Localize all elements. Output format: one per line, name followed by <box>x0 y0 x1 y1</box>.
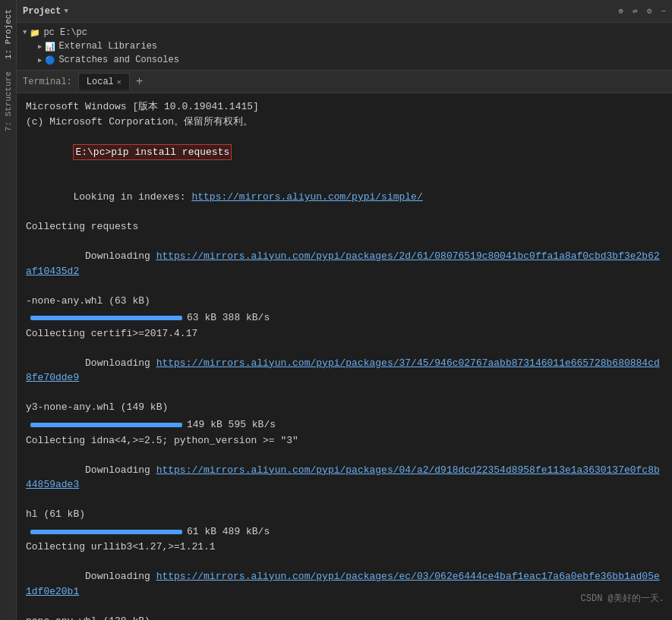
folder-icon: 📁 <box>30 28 40 38</box>
terminal-area: Terminal: Local ✕ + Microsoft Windows [版… <box>17 71 672 620</box>
split-icon[interactable]: ⇌ <box>633 6 638 16</box>
project-panel-title: Project <box>23 6 61 17</box>
terminal-tab-label: Local <box>87 77 114 87</box>
terminal-tabs-bar: Terminal: Local ✕ + <box>17 71 672 93</box>
sidebar-tabs: 1: Project 7: Structure <box>0 0 17 620</box>
progress-bar-1: 63 kB 388 kB/s <box>26 310 270 326</box>
expand-icon: ▶ <box>38 56 42 65</box>
gear-icon[interactable]: ⚙ <box>647 6 652 16</box>
add-tab-button[interactable]: + <box>130 72 150 92</box>
tree-item-scratches[interactable]: ▶ 🔵 Scratches and Consoles <box>17 53 672 67</box>
library-icon: 📊 <box>45 42 55 52</box>
terminal-line-13: hl (61 kB) <box>26 507 663 522</box>
terminal-label: Terminal: <box>23 77 78 87</box>
terminal-tab-local[interactable]: Local ✕ <box>78 73 130 90</box>
close-tab-icon[interactable]: ✕ <box>117 77 121 87</box>
terminal-line-6: Downloading https://mirrors.aliyun.com/p… <box>26 234 663 294</box>
tree-item-label: External Libraries <box>58 41 157 52</box>
terminal-line-2: (c) Microsoft Corporation。保留所有权利。 <box>26 115 663 130</box>
terminal-line-9: Downloading https://mirrors.aliyun.com/p… <box>26 341 663 400</box>
terminal-line-8: Collecting certifi>=2017.4.17 <box>26 326 663 341</box>
tree-item-label: Scratches and Consoles <box>58 55 178 65</box>
minus-icon[interactable]: − <box>661 7 666 16</box>
progress-track-2 <box>30 423 182 427</box>
watermark: CSDN @美好的一天. <box>581 592 664 605</box>
expand-icon: ▼ <box>23 29 27 36</box>
project-header-left: Project ▼ <box>23 6 68 17</box>
terminal-line-7: -none-any.whl (63 kB) <box>26 294 663 309</box>
progress-track-1 <box>30 316 182 320</box>
project-panel: Project ▼ ⊕ ⇌ ⚙ − ▼ 📁 pc E:\pc ▶ 📊 <box>17 0 672 71</box>
terminal-line-11: Collecting idna<4,>=2.5; python_version … <box>26 433 663 448</box>
terminal-line-14: Collecting urllib3<1.27,>=1.21.1 <box>26 540 663 555</box>
command-highlight: E:\pc>pip install requests <box>73 144 232 161</box>
globe-icon[interactable]: ⊕ <box>619 6 624 16</box>
tree-item-external-libraries[interactable]: ▶ 📊 External Libraries <box>17 39 672 53</box>
terminal-line-16: none-any.whl (138 kB) <box>26 614 663 620</box>
tree-item-pc[interactable]: ▼ 📁 pc E:\pc <box>17 26 672 39</box>
sidebar-tab-structure[interactable]: 7: Structure <box>2 65 15 137</box>
tree-item-label: pc E:\pc <box>43 27 87 38</box>
main-area: Project ▼ ⊕ ⇌ ⚙ − ▼ 📁 pc E:\pc ▶ 📊 <box>17 0 672 620</box>
progress-bar-2: 149 kB 595 kB/s <box>26 417 276 433</box>
terminal-line-4: Looking in indexes: https://mirrors.aliy… <box>26 175 663 220</box>
chevron-down-icon[interactable]: ▼ <box>64 8 68 15</box>
progress-bar-3: 61 kB 489 kB/s <box>26 524 270 540</box>
expand-icon: ▶ <box>38 42 42 51</box>
progress-track-3 <box>30 530 182 534</box>
terminal-line-10: y3-none-any.whl (149 kB) <box>26 400 663 415</box>
terminal-link-1[interactable]: https://mirrors.aliyun.com/pypi/simple/ <box>191 191 422 203</box>
project-tree: ▼ 📁 pc E:\pc ▶ 📊 External Libraries ▶ 🔵 … <box>17 23 672 70</box>
project-header-icons: ⊕ ⇌ ⚙ − <box>619 6 666 16</box>
terminal-line-5: Collecting requests <box>26 219 663 234</box>
sidebar-tab-project[interactable]: 1: Project <box>2 3 15 65</box>
terminal-line-1: Microsoft Windows [版本 10.0.19041.1415] <box>26 99 663 115</box>
project-panel-header: Project ▼ ⊕ ⇌ ⚙ − <box>17 0 672 23</box>
terminal-line-3: E:\pc>pip install requests <box>26 129 663 175</box>
scratches-icon: 🔵 <box>45 55 55 65</box>
terminal-content: Microsoft Windows [版本 10.0.19041.1415] (… <box>17 93 672 620</box>
terminal-line-12: Downloading https://mirrors.aliyun.com/p… <box>26 448 663 507</box>
terminal-line-15: Downloading https://mirrors.aliyun.com/p… <box>26 555 663 614</box>
